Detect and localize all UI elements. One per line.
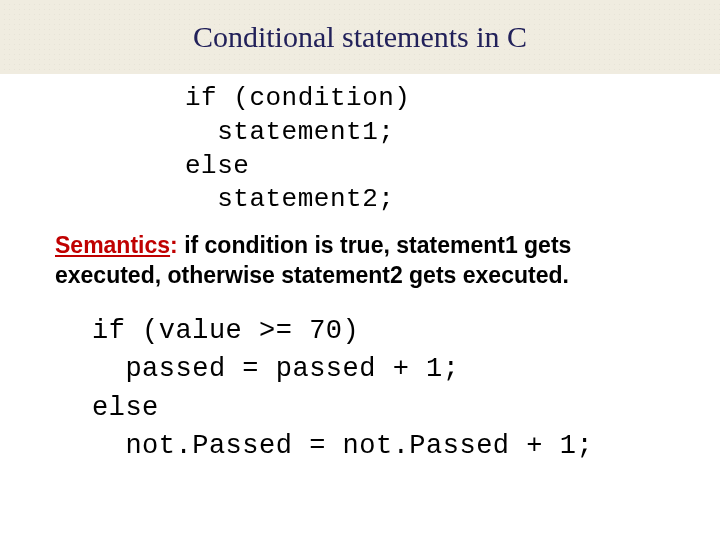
code-line: if (condition) — [185, 83, 410, 113]
code-line: else — [92, 393, 159, 423]
code-line: not.Passed = not.Passed + 1; — [92, 431, 593, 461]
code-line: statement2; — [185, 184, 394, 214]
code-line: passed = passed + 1; — [92, 354, 459, 384]
semantics-paragraph: Semantics: if condition is true, stateme… — [55, 231, 665, 290]
code-line: else — [185, 151, 249, 181]
code-line: statement1; — [185, 117, 394, 147]
code-line: if (value >= 70) — [92, 316, 359, 346]
semantics-label: Semantics — [55, 232, 170, 258]
syntax-code-block: if (condition) statement1; else statemen… — [185, 82, 720, 217]
page-title: Conditional statements in C — [193, 20, 527, 54]
example-code-block: if (value >= 70) passed = passed + 1; el… — [92, 312, 720, 465]
semantics-colon: : — [170, 232, 184, 258]
content-area: if (condition) statement1; else statemen… — [0, 74, 720, 465]
title-band: Conditional statements in C — [0, 0, 720, 74]
